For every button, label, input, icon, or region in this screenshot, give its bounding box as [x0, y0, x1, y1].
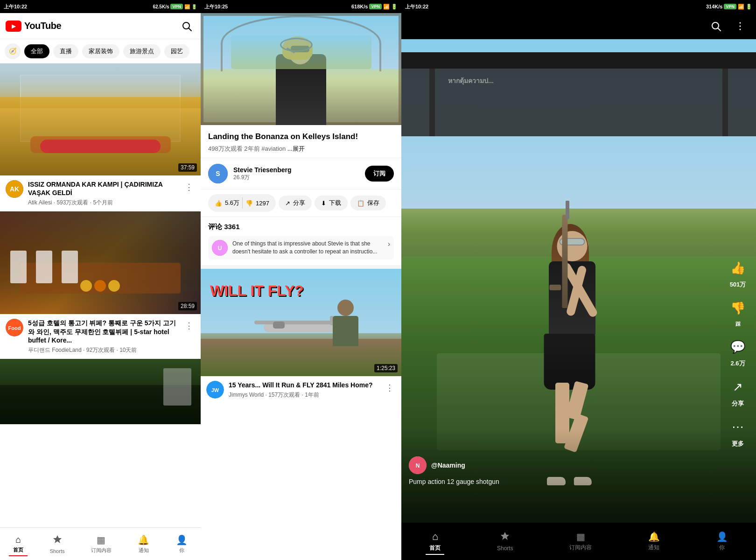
- video-more-button-panel2-v2[interactable]: ⋮: [384, 381, 396, 395]
- shorts-actions: 👍 501万 👎 踩 💬 2.6万 ↗ 分享 ⋯ 更多: [727, 257, 749, 448]
- shorts-subscriptions-icon: ▦: [576, 531, 585, 542]
- video-title-section: Landing the Bonanza on Kelleys Island! 4…: [201, 125, 401, 158]
- action-divider: [242, 197, 243, 209]
- comment-expand-icon[interactable]: ›: [388, 240, 390, 248]
- video-duration-v2: 1:25:23: [374, 364, 398, 372]
- video-card-2: 28:59 Food 5성급 호텔의 통고기 뷔페? 통째로 구운 5가지 고기…: [0, 211, 201, 359]
- svg-text:S: S: [216, 170, 220, 177]
- nav-subscriptions-1[interactable]: ▦ 订阅内容: [85, 532, 117, 557]
- video-title-1: ISSIZ ORMANDA KAR KAMPI | ÇADIRIMIZA VAŞ…: [28, 180, 178, 197]
- download-icon: ⬇: [321, 200, 326, 207]
- video-more-button-1[interactable]: ⋮: [183, 180, 195, 194]
- youtube-logo-text: YouTube: [24, 21, 61, 31]
- video-card-1: 37:59 AK ISSIZ ORMANDA KAR KAMPI | ÇADIR…: [0, 63, 201, 211]
- video-thumb-2[interactable]: 28:59: [0, 211, 201, 314]
- vpn-badge-3: VPN: [724, 4, 736, 9]
- nav-shorts-1[interactable]: Shorts: [44, 532, 70, 557]
- shorts-comment-button[interactable]: 💬 2.6万: [727, 336, 749, 368]
- download-button[interactable]: ⬇ 下载: [315, 196, 348, 210]
- shorts-share-button[interactable]: ↗ 分享: [727, 376, 749, 408]
- channel-avatar-main: S: [208, 164, 228, 183]
- cabin-thumbnail: [0, 63, 201, 175]
- video-duration-2: 28:59: [178, 302, 197, 310]
- video-thumb-2-panel2[interactable]: WILL IT FLY? 1:25:23: [201, 269, 401, 376]
- home-icon-1: ⌂: [15, 534, 21, 545]
- channel-name: Stevie Triesenberg: [233, 166, 359, 174]
- svg-line-1: [189, 28, 192, 31]
- nav-notifications-1[interactable]: 🔔 通知: [132, 532, 155, 557]
- battery-icon-3: 🔋: [746, 4, 752, 10]
- shorts-nav-profile[interactable]: 👤 你: [711, 528, 734, 554]
- shorts-video-description: Pump action 12 gauge shotgun: [409, 478, 719, 485]
- shorts-share-label: 分享: [732, 399, 744, 408]
- nav-profile-1[interactable]: 👤 你: [170, 532, 193, 557]
- cat-homedecor-button[interactable]: 家居装饰: [82, 44, 119, 58]
- cat-all-button[interactable]: 全部: [24, 44, 49, 58]
- shorts-notifications-icon: 🔔: [648, 531, 660, 542]
- like-button[interactable]: 👍 5.6万 👎 1297: [208, 194, 276, 212]
- shorts-shorts-icon: [500, 531, 510, 544]
- shorts-home-icon: ⌂: [432, 531, 438, 543]
- video-title-2: 5성급 호텔의 통고기 뷔페? 통째로 구운 5가지 고기와 와인, 맥주도 무…: [28, 319, 178, 344]
- shorts-video-area: หากตุ้มความป...: [401, 39, 756, 523]
- svg-text:Food: Food: [8, 325, 21, 331]
- signal-icon-2: 📶: [383, 4, 390, 10]
- shorts-dislike-button[interactable]: 👎 踩: [727, 297, 749, 328]
- explore-button[interactable]: 🧭: [5, 43, 21, 59]
- video-info-2: Food 5성급 호텔의 통고기 뷔페? 통째로 구운 5가지 고기와 와인, …: [0, 314, 201, 359]
- commenter-avatar: U: [212, 240, 228, 256]
- shorts-like-count: 501万: [730, 280, 746, 289]
- video-actions: 👍 5.6万 👎 1297 ↗ 分享 ⬇ 下载 📋 保存: [201, 189, 401, 217]
- shorts-more-action-button[interactable]: ⋯ 更多: [727, 416, 749, 448]
- youtube-logo: YouTube: [6, 21, 61, 32]
- video-thumb-1[interactable]: 37:59: [0, 63, 201, 175]
- shorts-bottom-nav: ⌂ 首页 Shorts ▦ 订阅内容 🔔 通知 👤 你: [401, 523, 756, 560]
- svg-point-15: [740, 26, 741, 27]
- vpn-badge-1: VPN: [170, 4, 183, 9]
- video-sub-1: Atik Ailesi · 593万次观看 · 5个月前: [28, 199, 178, 207]
- shorts-comment-icon: 💬: [727, 336, 749, 357]
- shorts-dislike-icon: 👎: [727, 297, 749, 319]
- channel-avatar-2: Food: [6, 319, 23, 336]
- search-button[interactable]: [178, 18, 195, 35]
- cat-live-button[interactable]: 直播: [53, 44, 78, 58]
- shorts-nav-home[interactable]: ⌂ 首页: [424, 528, 446, 555]
- channel-avatar-inner-1: AK: [6, 180, 23, 198]
- shorts-like-button[interactable]: 👍 501万: [727, 257, 749, 289]
- shorts-profile-icon: 👤: [716, 531, 728, 542]
- video-sub-panel2-v2: Jimmys World · 157万次观看 · 1年前: [229, 391, 379, 399]
- video-detail-panel: 上午10:25 618K/s VPN 📶 🔋: [201, 0, 401, 560]
- comments-section: 评论 3361 U One of things that is impressi…: [201, 217, 401, 269]
- comment-preview[interactable]: U One of things that is impressive about…: [208, 236, 394, 259]
- video-view-count: 498万次观看 2年前 #aviation ...展开: [208, 145, 394, 153]
- shorts-background: หากตุ้มความป...: [401, 39, 756, 523]
- subscribe-button[interactable]: 订阅: [365, 166, 394, 182]
- svg-text:JW: JW: [211, 387, 219, 393]
- save-button[interactable]: 📋 保存: [350, 196, 386, 210]
- shorts-nav-subscriptions[interactable]: ▦ 订阅内容: [564, 528, 597, 554]
- expand-button[interactable]: ...展开: [287, 145, 305, 152]
- shorts-search-button[interactable]: [707, 18, 724, 35]
- cat-gardening-button[interactable]: 园艺: [164, 44, 189, 58]
- cat-travel-button[interactable]: 旅游景点: [123, 44, 161, 58]
- comments-header: 评论 3361: [208, 223, 394, 231]
- shorts-like-icon: 👍: [727, 257, 749, 279]
- video-meta-1: ISSIZ ORMANDA KAR KAMPI | ÇADIRIMIZA VAŞ…: [28, 180, 178, 207]
- signal-icon-1: 📶: [184, 4, 190, 9]
- signal-icon-3: 📶: [738, 4, 744, 10]
- youtube-logo-icon: [6, 21, 21, 32]
- video-info-1: AK ISSIZ ORMANDA KAR KAMPI | ÇADIRIMIZA …: [0, 175, 201, 211]
- nav-home-1[interactable]: ⌂ 首页: [7, 532, 29, 556]
- bottom-nav-1: ⌂ 首页 Shorts ▦ 订阅内容 🔔 通知 👤 你: [0, 527, 201, 560]
- video-thumb-main[interactable]: [201, 13, 401, 125]
- status-speed-3: 314K/s: [706, 4, 722, 9]
- channel-subs: 26.9万: [233, 174, 359, 182]
- shorts-more-button[interactable]: [732, 18, 749, 35]
- shorts-nav-shorts[interactable]: Shorts: [491, 528, 519, 554]
- dislike-icon: 👎: [245, 200, 253, 207]
- shorts-channel-avatar: N: [409, 456, 427, 474]
- video-more-button-2[interactable]: ⋮: [183, 319, 195, 333]
- share-button[interactable]: ↗ 分享: [279, 196, 312, 210]
- comment-text: One of things that is impressive about S…: [232, 240, 383, 256]
- shorts-nav-notifications[interactable]: 🔔 通知: [643, 528, 665, 554]
